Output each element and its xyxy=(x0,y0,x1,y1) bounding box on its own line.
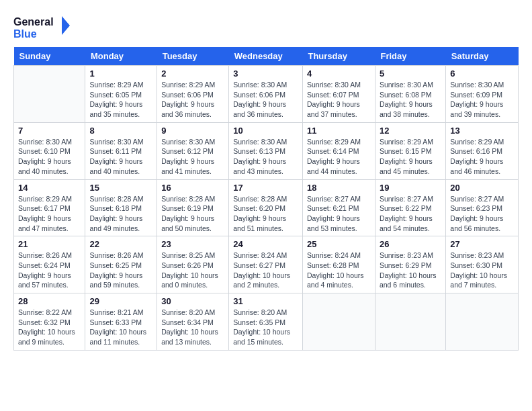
day-info: Sunrise: 8:26 AM Sunset: 6:24 PM Dayligh… xyxy=(18,250,81,290)
day-number: 23 xyxy=(161,239,224,249)
day-info: Sunrise: 8:29 AM Sunset: 6:17 PM Dayligh… xyxy=(18,194,81,234)
day-info: Sunrise: 8:27 AM Sunset: 6:21 PM Dayligh… xyxy=(307,194,371,234)
day-info: Sunrise: 8:23 AM Sunset: 6:29 PM Dayligh… xyxy=(380,250,441,290)
day-info: Sunrise: 8:28 AM Sunset: 6:19 PM Dayligh… xyxy=(161,194,224,234)
day-number: 22 xyxy=(89,239,152,249)
calendar-cell: 24Sunrise: 8:24 AM Sunset: 6:27 PM Dayli… xyxy=(229,236,303,293)
calendar-cell: 11Sunrise: 8:29 AM Sunset: 6:14 PM Dayli… xyxy=(302,122,375,179)
day-info: Sunrise: 8:29 AM Sunset: 6:15 PM Dayligh… xyxy=(380,137,441,177)
day-number: 6 xyxy=(450,68,514,79)
calendar-cell: 25Sunrise: 8:24 AM Sunset: 6:28 PM Dayli… xyxy=(302,236,375,293)
day-number: 1 xyxy=(89,68,152,79)
day-info: Sunrise: 8:30 AM Sunset: 6:08 PM Dayligh… xyxy=(380,80,441,120)
calendar-cell: 17Sunrise: 8:28 AM Sunset: 6:20 PM Dayli… xyxy=(229,179,303,236)
day-number: 5 xyxy=(380,68,441,79)
day-number: 4 xyxy=(307,68,371,79)
day-info: Sunrise: 8:24 AM Sunset: 6:28 PM Dayligh… xyxy=(307,250,371,290)
day-info: Sunrise: 8:22 AM Sunset: 6:32 PM Dayligh… xyxy=(18,308,81,347)
calendar-cell: 7Sunrise: 8:30 AM Sunset: 6:10 PM Daylig… xyxy=(14,122,85,179)
day-number: 17 xyxy=(233,183,298,193)
day-of-week-sunday: Sunday xyxy=(14,47,85,66)
logo-icon: GeneralBlue xyxy=(13,13,74,40)
calendar-week-row: 7Sunrise: 8:30 AM Sunset: 6:10 PM Daylig… xyxy=(14,122,519,179)
day-of-week-tuesday: Tuesday xyxy=(157,47,229,66)
day-number: 19 xyxy=(380,183,441,193)
day-number: 21 xyxy=(18,239,81,249)
day-number: 13 xyxy=(450,126,514,136)
calendar-cell: 20Sunrise: 8:27 AM Sunset: 6:23 PM Dayli… xyxy=(446,179,519,236)
day-of-week-wednesday: Wednesday xyxy=(229,47,303,66)
day-number: 11 xyxy=(307,126,371,136)
day-number: 31 xyxy=(233,296,298,306)
day-number: 24 xyxy=(233,239,298,249)
day-info: Sunrise: 8:24 AM Sunset: 6:27 PM Dayligh… xyxy=(233,250,298,290)
calendar-cell: 21Sunrise: 8:26 AM Sunset: 6:24 PM Dayli… xyxy=(14,236,85,293)
day-number: 26 xyxy=(380,239,441,249)
day-number: 27 xyxy=(450,239,514,249)
calendar-cell xyxy=(375,293,445,351)
calendar-cell: 12Sunrise: 8:29 AM Sunset: 6:15 PM Dayli… xyxy=(375,122,445,179)
calendar-cell: 9Sunrise: 8:30 AM Sunset: 6:12 PM Daylig… xyxy=(157,122,229,179)
calendar-cell xyxy=(14,66,85,123)
day-info: Sunrise: 8:29 AM Sunset: 6:06 PM Dayligh… xyxy=(161,80,224,120)
calendar-cell: 18Sunrise: 8:27 AM Sunset: 6:21 PM Dayli… xyxy=(302,179,375,236)
calendar-cell: 23Sunrise: 8:25 AM Sunset: 6:26 PM Dayli… xyxy=(157,236,229,293)
calendar-cell: 8Sunrise: 8:30 AM Sunset: 6:11 PM Daylig… xyxy=(85,122,157,179)
calendar-cell: 19Sunrise: 8:27 AM Sunset: 6:22 PM Dayli… xyxy=(375,179,445,236)
day-number: 30 xyxy=(161,296,224,306)
day-info: Sunrise: 8:20 AM Sunset: 6:34 PM Dayligh… xyxy=(161,308,224,347)
day-of-week-friday: Friday xyxy=(375,47,445,66)
calendar-cell: 26Sunrise: 8:23 AM Sunset: 6:29 PM Dayli… xyxy=(375,236,445,293)
calendar-cell: 10Sunrise: 8:30 AM Sunset: 6:13 PM Dayli… xyxy=(229,122,303,179)
day-info: Sunrise: 8:26 AM Sunset: 6:25 PM Dayligh… xyxy=(89,250,152,290)
calendar-week-row: 21Sunrise: 8:26 AM Sunset: 6:24 PM Dayli… xyxy=(14,236,519,293)
calendar-week-row: 14Sunrise: 8:29 AM Sunset: 6:17 PM Dayli… xyxy=(14,179,519,236)
calendar-cell: 5Sunrise: 8:30 AM Sunset: 6:08 PM Daylig… xyxy=(375,66,445,123)
svg-text:General: General xyxy=(13,16,54,28)
calendar-week-row: 1Sunrise: 8:29 AM Sunset: 6:05 PM Daylig… xyxy=(14,66,519,123)
calendar-cell: 6Sunrise: 8:30 AM Sunset: 6:09 PM Daylig… xyxy=(446,66,519,123)
day-number: 3 xyxy=(233,68,298,79)
calendar-cell: 14Sunrise: 8:29 AM Sunset: 6:17 PM Dayli… xyxy=(14,179,85,236)
day-number: 28 xyxy=(18,296,81,306)
day-number: 20 xyxy=(450,183,514,193)
calendar-header-row: SundayMondayTuesdayWednesdayThursdayFrid… xyxy=(14,47,519,66)
calendar-cell xyxy=(302,293,375,351)
day-info: Sunrise: 8:30 AM Sunset: 6:12 PM Dayligh… xyxy=(161,137,224,177)
day-info: Sunrise: 8:21 AM Sunset: 6:33 PM Dayligh… xyxy=(89,308,152,347)
calendar-cell: 22Sunrise: 8:26 AM Sunset: 6:25 PM Dayli… xyxy=(85,236,157,293)
day-number: 29 xyxy=(89,296,152,306)
day-info: Sunrise: 8:27 AM Sunset: 6:23 PM Dayligh… xyxy=(450,194,514,234)
day-info: Sunrise: 8:29 AM Sunset: 6:05 PM Dayligh… xyxy=(89,80,152,120)
calendar-cell: 28Sunrise: 8:22 AM Sunset: 6:32 PM Dayli… xyxy=(14,293,85,351)
calendar-cell: 4Sunrise: 8:30 AM Sunset: 6:07 PM Daylig… xyxy=(302,66,375,123)
day-info: Sunrise: 8:30 AM Sunset: 6:10 PM Dayligh… xyxy=(18,137,81,177)
calendar-cell: 3Sunrise: 8:30 AM Sunset: 6:06 PM Daylig… xyxy=(229,66,303,123)
calendar-cell: 2Sunrise: 8:29 AM Sunset: 6:06 PM Daylig… xyxy=(157,66,229,123)
day-info: Sunrise: 8:30 AM Sunset: 6:09 PM Dayligh… xyxy=(450,80,514,120)
day-info: Sunrise: 8:29 AM Sunset: 6:14 PM Dayligh… xyxy=(307,137,371,177)
calendar-cell: 29Sunrise: 8:21 AM Sunset: 6:33 PM Dayli… xyxy=(85,293,157,351)
calendar-cell: 30Sunrise: 8:20 AM Sunset: 6:34 PM Dayli… xyxy=(157,293,229,351)
day-number: 10 xyxy=(233,126,298,136)
logo: GeneralBlue xyxy=(13,13,74,40)
day-info: Sunrise: 8:25 AM Sunset: 6:26 PM Dayligh… xyxy=(161,250,224,290)
day-info: Sunrise: 8:30 AM Sunset: 6:07 PM Dayligh… xyxy=(307,80,371,120)
calendar-table: SundayMondayTuesdayWednesdayThursdayFrid… xyxy=(13,47,519,351)
svg-text:Blue: Blue xyxy=(13,28,37,40)
calendar-cell xyxy=(446,293,519,351)
calendar-cell: 16Sunrise: 8:28 AM Sunset: 6:19 PM Dayli… xyxy=(157,179,229,236)
day-info: Sunrise: 8:30 AM Sunset: 6:11 PM Dayligh… xyxy=(89,137,152,177)
day-info: Sunrise: 8:28 AM Sunset: 6:20 PM Dayligh… xyxy=(233,194,298,234)
day-number: 18 xyxy=(307,183,371,193)
day-number: 9 xyxy=(161,126,224,136)
day-info: Sunrise: 8:20 AM Sunset: 6:35 PM Dayligh… xyxy=(233,308,298,347)
day-number: 16 xyxy=(161,183,224,193)
day-info: Sunrise: 8:23 AM Sunset: 6:30 PM Dayligh… xyxy=(450,250,514,290)
day-info: Sunrise: 8:29 AM Sunset: 6:16 PM Dayligh… xyxy=(450,137,514,177)
calendar-cell: 15Sunrise: 8:28 AM Sunset: 6:18 PM Dayli… xyxy=(85,179,157,236)
day-number: 7 xyxy=(18,126,81,136)
day-number: 2 xyxy=(161,68,224,79)
day-of-week-saturday: Saturday xyxy=(446,47,519,66)
calendar-cell: 13Sunrise: 8:29 AM Sunset: 6:16 PM Dayli… xyxy=(446,122,519,179)
